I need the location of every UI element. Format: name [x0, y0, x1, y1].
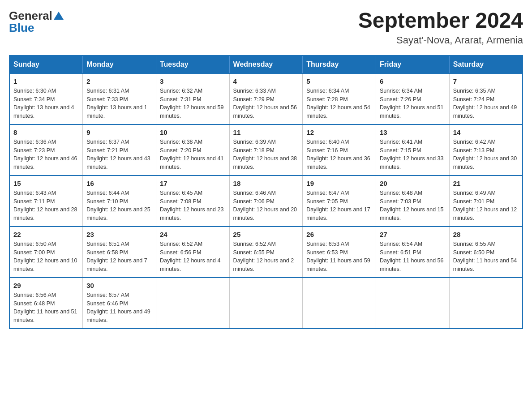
calendar-cell-w1-d7: 7 Sunrise: 6:35 AM Sunset: 7:24 PM Dayli…: [449, 73, 523, 124]
calendar-cell-w4-d2: 23 Sunrise: 6:51 AM Sunset: 6:58 PM Dayl…: [83, 227, 156, 278]
header-row: Sunday Monday Tuesday Wednesday Thursday…: [9, 56, 523, 73]
calendar-cell-w3-d1: 15 Sunrise: 6:43 AM Sunset: 7:11 PM Dayl…: [9, 176, 83, 227]
header-thursday: Thursday: [303, 56, 376, 73]
day-number: 4: [233, 77, 299, 85]
calendar-cell-w2-d5: 12 Sunrise: 6:40 AM Sunset: 7:16 PM Dayl…: [303, 124, 376, 176]
day-info: Sunrise: 6:50 AM Sunset: 7:00 PM Dayligh…: [13, 240, 79, 274]
day-info: Sunrise: 6:54 AM Sunset: 6:51 PM Dayligh…: [380, 240, 446, 274]
day-number: 11: [233, 128, 299, 136]
day-number: 20: [380, 180, 446, 187]
calendar-cell-w2-d7: 14 Sunrise: 6:42 AM Sunset: 7:13 PM Dayl…: [449, 124, 523, 176]
calendar-cell-w1-d6: 6 Sunrise: 6:34 AM Sunset: 7:26 PM Dayli…: [376, 73, 450, 124]
day-info: Sunrise: 6:35 AM Sunset: 7:24 PM Dayligh…: [453, 87, 519, 120]
calendar-cell-w4-d3: 24 Sunrise: 6:52 AM Sunset: 6:56 PM Dayl…: [156, 227, 229, 278]
calendar-cell-w4-d5: 26 Sunrise: 6:53 AM Sunset: 6:53 PM Dayl…: [303, 227, 376, 278]
calendar-cell-w1-d5: 5 Sunrise: 6:34 AM Sunset: 7:28 PM Dayli…: [303, 73, 376, 124]
location-subtitle: Sayat'-Nova, Ararat, Armenia: [358, 34, 523, 46]
calendar-cell-w4-d1: 22 Sunrise: 6:50 AM Sunset: 7:00 PM Dayl…: [9, 227, 83, 278]
week-row-4: 22 Sunrise: 6:50 AM Sunset: 7:00 PM Dayl…: [9, 227, 523, 278]
day-info: Sunrise: 6:57 AM Sunset: 6:46 PM Dayligh…: [86, 291, 152, 325]
calendar-cell-w2-d6: 13 Sunrise: 6:41 AM Sunset: 7:15 PM Dayl…: [376, 124, 450, 176]
day-info: Sunrise: 6:31 AM Sunset: 7:33 PM Dayligh…: [86, 87, 152, 120]
calendar-cell-w1-d4: 4 Sunrise: 6:33 AM Sunset: 7:29 PM Dayli…: [229, 73, 303, 124]
header-wednesday: Wednesday: [229, 56, 303, 73]
calendar-cell-w4-d6: 27 Sunrise: 6:54 AM Sunset: 6:51 PM Dayl…: [376, 227, 450, 278]
calendar-cell-w3-d6: 20 Sunrise: 6:48 AM Sunset: 7:03 PM Dayl…: [376, 176, 450, 227]
day-info: Sunrise: 6:32 AM Sunset: 7:31 PM Dayligh…: [160, 87, 226, 120]
day-number: 15: [13, 180, 79, 187]
calendar-cell-w1-d2: 2 Sunrise: 6:31 AM Sunset: 7:33 PM Dayli…: [83, 73, 156, 124]
day-info: Sunrise: 6:48 AM Sunset: 7:03 PM Dayligh…: [380, 189, 446, 223]
day-number: 6: [380, 77, 446, 85]
calendar-cell-w5-d1: 29 Sunrise: 6:56 AM Sunset: 6:48 PM Dayl…: [9, 278, 83, 329]
calendar-cell-w1-d1: 1 Sunrise: 6:30 AM Sunset: 7:34 PM Dayli…: [9, 73, 83, 124]
day-info: Sunrise: 6:53 AM Sunset: 6:53 PM Dayligh…: [306, 240, 372, 274]
day-number: 27: [380, 231, 446, 238]
calendar-cell-w3-d2: 16 Sunrise: 6:44 AM Sunset: 7:10 PM Dayl…: [83, 176, 156, 227]
week-row-2: 8 Sunrise: 6:36 AM Sunset: 7:23 PM Dayli…: [9, 124, 523, 176]
day-number: 28: [453, 231, 519, 238]
day-number: 2: [86, 77, 152, 85]
header-friday: Friday: [376, 56, 450, 73]
day-number: 9: [86, 128, 152, 136]
calendar-cell-w2-d4: 11 Sunrise: 6:39 AM Sunset: 7:18 PM Dayl…: [229, 124, 303, 176]
week-row-5: 29 Sunrise: 6:56 AM Sunset: 6:48 PM Dayl…: [9, 278, 523, 329]
day-info: Sunrise: 6:46 AM Sunset: 7:06 PM Dayligh…: [233, 189, 299, 223]
day-number: 23: [86, 231, 152, 238]
header-monday: Monday: [83, 56, 156, 73]
week-row-3: 15 Sunrise: 6:43 AM Sunset: 7:11 PM Dayl…: [9, 176, 523, 227]
logo-blue: Blue: [9, 21, 64, 35]
calendar-cell-w3-d3: 17 Sunrise: 6:45 AM Sunset: 7:08 PM Dayl…: [156, 176, 229, 227]
day-number: 16: [86, 180, 152, 187]
header-sunday: Sunday: [9, 56, 83, 73]
day-info: Sunrise: 6:56 AM Sunset: 6:48 PM Dayligh…: [13, 291, 79, 325]
calendar-cell-w4-d7: 28 Sunrise: 6:55 AM Sunset: 6:50 PM Dayl…: [449, 227, 523, 278]
logo: General Blue: [9, 9, 64, 35]
day-number: 19: [306, 180, 372, 187]
day-info: Sunrise: 6:38 AM Sunset: 7:20 PM Dayligh…: [160, 138, 226, 171]
calendar-table: Sunday Monday Tuesday Wednesday Thursday…: [9, 55, 523, 329]
week-row-1: 1 Sunrise: 6:30 AM Sunset: 7:34 PM Dayli…: [9, 73, 523, 124]
header-tuesday: Tuesday: [156, 56, 229, 73]
day-number: 8: [13, 128, 79, 136]
day-info: Sunrise: 6:52 AM Sunset: 6:56 PM Dayligh…: [160, 240, 226, 274]
month-title: September 2024: [358, 9, 523, 33]
day-info: Sunrise: 6:33 AM Sunset: 7:29 PM Dayligh…: [233, 87, 299, 120]
day-number: 24: [160, 231, 226, 238]
day-number: 21: [453, 180, 519, 187]
day-info: Sunrise: 6:45 AM Sunset: 7:08 PM Dayligh…: [160, 189, 226, 223]
day-info: Sunrise: 6:42 AM Sunset: 7:13 PM Dayligh…: [453, 138, 519, 171]
day-number: 14: [453, 128, 519, 136]
day-info: Sunrise: 6:49 AM Sunset: 7:01 PM Dayligh…: [453, 189, 519, 223]
day-number: 7: [453, 77, 519, 85]
calendar-cell-w3-d7: 21 Sunrise: 6:49 AM Sunset: 7:01 PM Dayl…: [449, 176, 523, 227]
day-info: Sunrise: 6:34 AM Sunset: 7:28 PM Dayligh…: [306, 87, 372, 120]
svg-marker-0: [54, 12, 64, 20]
day-number: 17: [160, 180, 226, 187]
calendar-cell-w3-d4: 18 Sunrise: 6:46 AM Sunset: 7:06 PM Dayl…: [229, 176, 303, 227]
page-header: General Blue September 2024 Sayat'-Nova,…: [9, 9, 523, 46]
calendar-cell-w5-d6: [376, 278, 450, 329]
day-info: Sunrise: 6:37 AM Sunset: 7:21 PM Dayligh…: [86, 138, 152, 171]
day-number: 25: [233, 231, 299, 238]
calendar-cell-w5-d2: 30 Sunrise: 6:57 AM Sunset: 6:46 PM Dayl…: [83, 278, 156, 329]
calendar-cell-w2-d2: 9 Sunrise: 6:37 AM Sunset: 7:21 PM Dayli…: [83, 124, 156, 176]
logo-triangle-icon: [54, 11, 64, 21]
day-info: Sunrise: 6:36 AM Sunset: 7:23 PM Dayligh…: [13, 138, 79, 171]
day-number: 10: [160, 128, 226, 136]
day-info: Sunrise: 6:52 AM Sunset: 6:55 PM Dayligh…: [233, 240, 299, 274]
day-info: Sunrise: 6:44 AM Sunset: 7:10 PM Dayligh…: [86, 189, 152, 223]
calendar-cell-w1-d3: 3 Sunrise: 6:32 AM Sunset: 7:31 PM Dayli…: [156, 73, 229, 124]
header-saturday: Saturday: [449, 56, 523, 73]
day-info: Sunrise: 6:47 AM Sunset: 7:05 PM Dayligh…: [306, 189, 372, 223]
day-number: 26: [306, 231, 372, 238]
day-number: 22: [13, 231, 79, 238]
day-info: Sunrise: 6:43 AM Sunset: 7:11 PM Dayligh…: [13, 189, 79, 223]
day-info: Sunrise: 6:51 AM Sunset: 6:58 PM Dayligh…: [86, 240, 152, 274]
calendar-cell-w2-d3: 10 Sunrise: 6:38 AM Sunset: 7:20 PM Dayl…: [156, 124, 229, 176]
day-number: 3: [160, 77, 226, 85]
calendar-cell-w5-d3: [156, 278, 229, 329]
day-info: Sunrise: 6:40 AM Sunset: 7:16 PM Dayligh…: [306, 138, 372, 171]
day-info: Sunrise: 6:39 AM Sunset: 7:18 PM Dayligh…: [233, 138, 299, 171]
calendar-cell-w5-d7: [449, 278, 523, 329]
